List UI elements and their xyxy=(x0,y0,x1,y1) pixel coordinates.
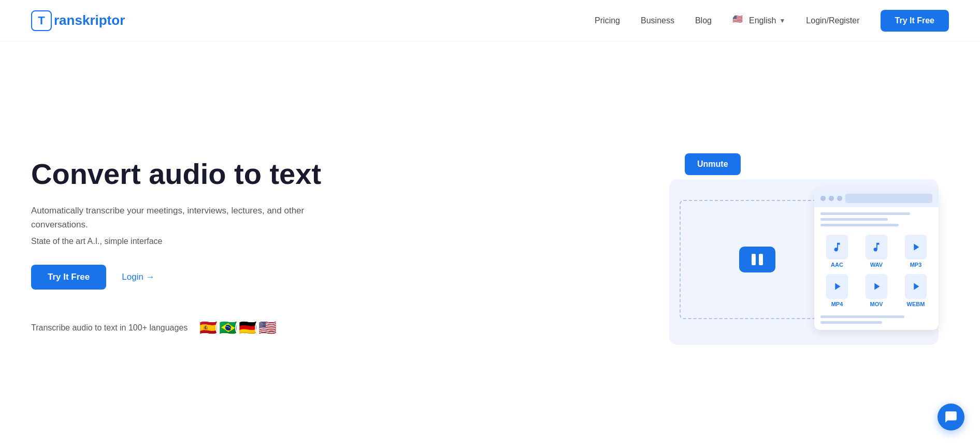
pause-button[interactable] xyxy=(739,247,775,272)
nav-links: Pricing Business Blog 🇺🇸 English ▼ Login… xyxy=(595,10,949,32)
hero-left: Convert audio to text Automatically tran… xyxy=(31,157,342,340)
chat-icon xyxy=(944,410,958,424)
navbar: T ranskriptor Pricing Business Blog 🇺🇸 E… xyxy=(0,0,980,41)
hero-right: Unmute xyxy=(659,153,949,345)
dashed-area xyxy=(680,200,835,319)
hero-try-btn[interactable]: Try It Free xyxy=(31,265,106,290)
window-dot-2 xyxy=(829,196,834,201)
aac-label: AAC xyxy=(831,262,843,268)
nav-business[interactable]: Business xyxy=(641,16,674,25)
music-note-wav-icon xyxy=(871,241,882,253)
mp4-label: MP4 xyxy=(831,301,843,307)
flags-row: 🇪🇸 🇧🇷 🇩🇪 🇺🇸 xyxy=(196,315,280,340)
aac-icon xyxy=(826,235,848,260)
window-dot-1 xyxy=(820,196,826,201)
bottom-line-2 xyxy=(820,321,882,324)
language-selector[interactable]: 🇺🇸 English ▼ xyxy=(732,14,785,27)
logo[interactable]: T ranskriptor xyxy=(31,10,125,31)
logo-icon: T xyxy=(31,10,52,31)
window-search-bar xyxy=(845,194,932,203)
file-mp3: MP3 xyxy=(899,235,932,268)
hero-login-link[interactable]: Login → xyxy=(122,272,154,282)
illustration-card: AAC WAV MP3 xyxy=(669,179,939,345)
unmute-button[interactable]: Unmute xyxy=(685,153,741,175)
mp3-icon xyxy=(905,235,927,260)
logo-text: ranskriptor xyxy=(54,12,125,28)
hero-languages: Transcribe audio to text in 100+ languag… xyxy=(31,315,342,340)
hero-section: Convert audio to text Automatically tran… xyxy=(0,41,980,446)
play-icon-mov xyxy=(871,281,882,292)
login-register-link[interactable]: Login/Register xyxy=(806,16,859,25)
bottom-line-1 xyxy=(820,315,904,318)
play-icon-mp4 xyxy=(831,281,843,292)
hero-actions: Try It Free Login → xyxy=(31,265,342,290)
files-window: AAC WAV MP3 xyxy=(814,190,939,330)
webm-label: WEBM xyxy=(907,301,925,307)
text-line-2 xyxy=(820,218,888,221)
nav-blog[interactable]: Blog xyxy=(695,16,712,25)
chevron-down-icon: ▼ xyxy=(779,17,785,24)
hero-title: Convert audio to text xyxy=(31,157,342,191)
mov-label: MOV xyxy=(870,301,883,307)
webm-icon xyxy=(905,274,927,299)
chat-support-button[interactable] xyxy=(938,404,964,430)
hero-state-of-art: State of the art A.I., simple interface xyxy=(31,237,342,246)
file-aac: AAC xyxy=(820,235,854,268)
nav-pricing[interactable]: Pricing xyxy=(595,16,620,25)
pause-bar-right xyxy=(759,254,763,265)
files-grid: AAC WAV MP3 xyxy=(814,226,939,315)
window-bar xyxy=(814,190,939,207)
mp3-label: MP3 xyxy=(910,262,922,268)
play-icon-mp3 xyxy=(910,241,921,253)
file-mov: MOV xyxy=(860,274,893,307)
mov-icon xyxy=(866,274,887,299)
text-line-1 xyxy=(820,212,910,215)
file-mp4: MP4 xyxy=(820,274,854,307)
wav-icon xyxy=(866,235,887,260)
us-flag-icon: 🇺🇸 xyxy=(732,14,746,27)
hero-subtitle: Automatically transcribe your meetings, … xyxy=(31,204,342,232)
text-lines-area xyxy=(814,207,939,226)
bottom-text-lines xyxy=(814,315,939,330)
window-dot-3 xyxy=(837,196,842,201)
file-webm: WEBM xyxy=(899,274,932,307)
flag-us: 🇺🇸 xyxy=(255,315,280,340)
language-label: English xyxy=(749,16,776,25)
file-wav: WAV xyxy=(860,235,893,268)
languages-text: Transcribe audio to text in 100+ languag… xyxy=(31,323,188,333)
pause-bar-left xyxy=(752,254,756,265)
mp4-icon xyxy=(826,274,848,299)
music-note-icon xyxy=(831,241,843,253)
play-icon-webm xyxy=(910,281,921,292)
wav-label: WAV xyxy=(870,262,883,268)
navbar-try-btn[interactable]: Try It Free xyxy=(881,10,949,32)
